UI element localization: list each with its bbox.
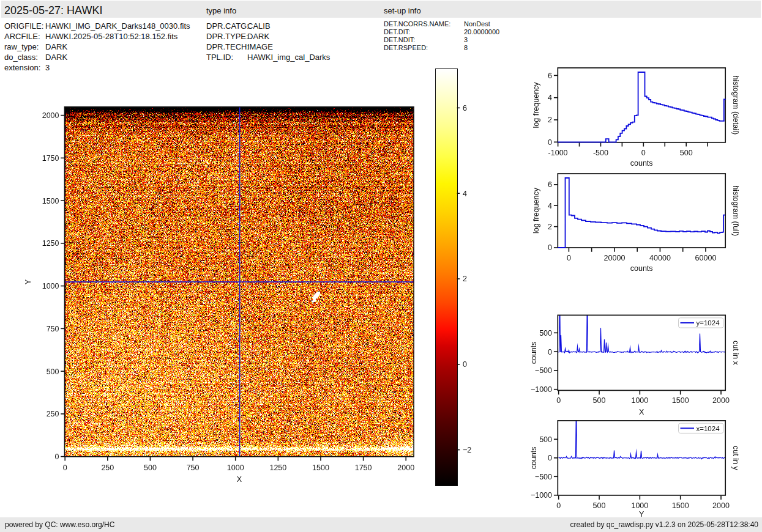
svg-text:histogram (detail): histogram (detail) bbox=[731, 76, 740, 135]
svg-text:1500: 1500 bbox=[312, 464, 329, 472]
svg-text:log frequency: log frequency bbox=[532, 82, 540, 128]
svg-text:−1000: −1000 bbox=[531, 491, 552, 500]
svg-text:2000: 2000 bbox=[397, 464, 414, 472]
svg-text:−500: −500 bbox=[535, 366, 552, 375]
svg-text:1000: 1000 bbox=[227, 464, 244, 472]
svg-text:2000: 2000 bbox=[712, 501, 730, 510]
svg-text:1000: 1000 bbox=[42, 282, 59, 290]
svg-text:y=1024: y=1024 bbox=[697, 319, 720, 327]
svg-text:1500: 1500 bbox=[672, 396, 689, 405]
svg-text:1500: 1500 bbox=[672, 501, 689, 510]
svg-text:4: 4 bbox=[548, 202, 552, 210]
svg-text:6: 6 bbox=[463, 104, 467, 113]
svg-text:500: 500 bbox=[593, 501, 606, 510]
svg-text:counts: counts bbox=[630, 159, 653, 168]
svg-text:4: 4 bbox=[548, 94, 552, 102]
svg-text:1250: 1250 bbox=[42, 239, 59, 248]
svg-text:1250: 1250 bbox=[269, 464, 286, 472]
svg-text:−500: −500 bbox=[535, 473, 552, 481]
svg-text:6: 6 bbox=[548, 180, 552, 189]
svg-text:0: 0 bbox=[556, 396, 561, 405]
svg-text:500: 500 bbox=[539, 329, 552, 338]
svg-text:1750: 1750 bbox=[355, 464, 372, 472]
svg-text:cut in y: cut in y bbox=[731, 446, 740, 470]
svg-text:250: 250 bbox=[47, 410, 59, 418]
svg-text:2000: 2000 bbox=[712, 396, 730, 405]
svg-text:500: 500 bbox=[680, 149, 693, 157]
svg-text:counts: counts bbox=[529, 341, 538, 364]
svg-text:500: 500 bbox=[47, 368, 59, 376]
svg-text:20000: 20000 bbox=[604, 254, 626, 262]
svg-text:log frequency: log frequency bbox=[532, 187, 540, 234]
svg-text:500: 500 bbox=[144, 464, 157, 472]
svg-text:0: 0 bbox=[548, 454, 552, 462]
svg-text:750: 750 bbox=[47, 325, 59, 333]
svg-text:0: 0 bbox=[55, 453, 59, 461]
svg-text:40000: 40000 bbox=[649, 254, 671, 262]
svg-text:1500: 1500 bbox=[42, 197, 59, 205]
svg-text:2000: 2000 bbox=[42, 111, 59, 120]
svg-text:X: X bbox=[237, 475, 242, 484]
svg-text:0: 0 bbox=[567, 254, 571, 262]
svg-text:0: 0 bbox=[548, 243, 552, 252]
svg-text:1000: 1000 bbox=[631, 501, 648, 510]
svg-text:−1000: −1000 bbox=[531, 385, 552, 394]
svg-text:−2: −2 bbox=[463, 446, 471, 454]
svg-text:-1000: -1000 bbox=[548, 149, 568, 157]
svg-text:0: 0 bbox=[548, 138, 552, 147]
svg-text:0: 0 bbox=[548, 348, 552, 357]
svg-text:60000: 60000 bbox=[695, 254, 717, 262]
svg-text:-500: -500 bbox=[593, 149, 608, 157]
svg-text:500: 500 bbox=[539, 435, 552, 444]
svg-text:counts: counts bbox=[630, 264, 653, 273]
svg-text:0: 0 bbox=[463, 360, 467, 369]
svg-text:0: 0 bbox=[641, 149, 646, 157]
svg-text:0: 0 bbox=[63, 464, 67, 472]
svg-text:counts: counts bbox=[529, 446, 538, 469]
svg-text:750: 750 bbox=[187, 464, 200, 472]
svg-text:500: 500 bbox=[593, 396, 606, 405]
svg-text:1750: 1750 bbox=[42, 154, 59, 163]
svg-text:histogram (full): histogram (full) bbox=[731, 185, 740, 236]
svg-text:X: X bbox=[639, 408, 644, 416]
svg-text:x=1024: x=1024 bbox=[697, 425, 720, 432]
svg-text:2: 2 bbox=[548, 223, 552, 231]
svg-text:2: 2 bbox=[548, 116, 552, 124]
svg-text:6: 6 bbox=[548, 72, 552, 80]
svg-text:Y: Y bbox=[24, 279, 32, 284]
svg-text:2: 2 bbox=[463, 275, 467, 283]
svg-text:4: 4 bbox=[463, 190, 467, 198]
svg-text:1000: 1000 bbox=[631, 396, 648, 405]
svg-text:cut in x: cut in x bbox=[731, 341, 740, 365]
svg-text:0: 0 bbox=[556, 501, 561, 510]
svg-text:250: 250 bbox=[101, 464, 114, 472]
